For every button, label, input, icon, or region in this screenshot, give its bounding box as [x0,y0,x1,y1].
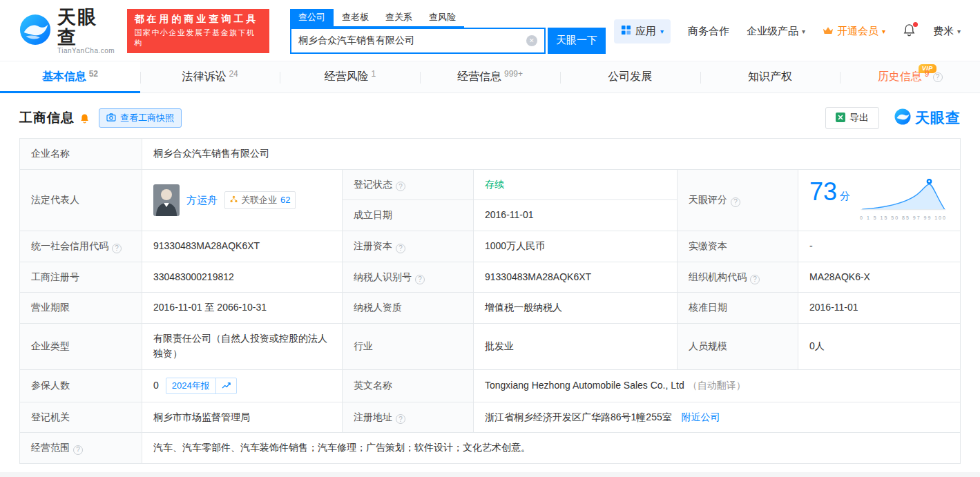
user-menu[interactable]: 费米 [933,25,961,38]
notifications-button[interactable] [903,23,916,39]
clear-icon[interactable] [526,35,537,46]
vip-menu[interactable]: 开通会员 [823,25,885,38]
help-icon[interactable]: ? [396,244,405,253]
help-icon[interactable]: ? [750,275,760,284]
tab-intellectual-property[interactable]: 知识产权 [700,61,840,93]
company-type-value-cell: 有限责任公司（自然人投资或控股的法人独资） [142,324,343,369]
enterprise-label: 企业级产品 [747,25,798,38]
chevron-down-icon [957,28,961,35]
export-button[interactable]: 导出 [825,107,879,129]
authority-label-cell: 登记机关 [20,402,142,433]
tab-operating-risk[interactable]: 经营风险 1 [280,61,420,93]
wave-logo-icon [894,108,911,128]
insured-value-cell: 0 2024年报 [142,369,343,402]
annual-report-link[interactable]: 2024年报 [166,378,215,393]
auto-translate-note: （自动翻译） [688,380,746,391]
grid-icon [621,25,631,37]
search-tab-risk[interactable]: 查风险 [421,9,464,26]
legal-rep-avatar[interactable] [153,184,180,216]
help-icon[interactable]: ? [415,275,425,284]
tab-business-info[interactable]: 经营信息 999+ [420,61,560,93]
reg-capital-value-cell: 1000万人民币 [474,231,678,262]
tab-count: 24 [229,69,238,79]
staff-value-cell: 0人 [798,324,961,369]
related-companies-chip[interactable]: 关联企业 62 [224,191,296,209]
page-bottom-band [0,472,980,477]
paid-capital-value: - [809,240,813,251]
authority-value: 桐乡市市场监督管理局 [153,411,250,422]
legal-rep-label-cell: 法定代表人 [20,169,142,231]
search-button[interactable]: 天眼一下 [548,28,606,54]
apps-menu[interactable]: 应用 [614,19,671,43]
snapshot-button[interactable]: 查看工商快照 [99,108,182,128]
tab-basic-info[interactable]: 基本信息 52 [0,61,140,93]
tab-legal-litigation[interactable]: 法律诉讼 24 [140,61,280,93]
search-tab-boss[interactable]: 查老板 [334,9,377,26]
top-bar: 天眼查 TianYanCha.com 都在用的商业查询工具 国家中小企业发展子基… [0,0,980,61]
help-icon[interactable]: ? [933,72,943,82]
taxpayer-quality-value-cell: 增值税一般纳税人 [474,293,678,324]
search-tab-company[interactable]: 查公司 [290,9,334,26]
snapshot-label: 查看工商快照 [120,112,174,124]
field-label: 登记状态 [354,179,392,190]
enterprise-menu[interactable]: 企业级产品 [747,25,805,38]
search-input[interactable] [298,35,526,46]
taxpayer-no-value: 91330483MA28AQK6XT [485,271,591,282]
reg-no-value: 330483000219812 [153,271,234,282]
search-tab-relation[interactable]: 查关系 [377,9,421,26]
alert-bell-icon[interactable] [79,113,90,124]
address-value: 浙江省桐乡经济开发区广华路86号1幢255室 [485,411,672,422]
brand-title: 天眼查 [915,108,961,128]
annual-report-chip[interactable]: 2024年报 [166,378,237,394]
address-label-cell: 注册地址? [343,402,474,433]
help-icon[interactable]: ? [112,244,122,253]
legal-rep-name-link[interactable]: 方运舟 [186,192,218,208]
search-box [290,28,546,54]
industry-value: 批发业 [485,340,514,351]
table-row: 营业期限 2016-11-01 至 2066-10-31 纳税人资质 增值税一般… [20,293,961,324]
credit-code-label-cell: 统一社会信用代码? [20,231,142,262]
score-label-cell: 天眼评分? [678,169,798,231]
tab-history-info[interactable]: VIP 历史信息 9 ? [840,61,980,93]
org-code-value: MA28AQK6-X [809,271,870,282]
tab-count: 1 [371,69,376,79]
apps-label: 应用 [635,25,656,38]
insured-value: 0 [153,378,159,393]
tab-label: 经营风险 [324,70,368,84]
company-name-value: 桐乡合众汽车销售有限公司 [153,148,269,159]
establish-date-value-cell: 2016-11-01 [474,200,678,231]
score-curve-chart: 0 1 5 15 50 85 97 99 100 [858,178,949,223]
field-label: 登记机关 [31,411,70,422]
tab-label: 历史信息 [878,70,922,84]
field-label: 行业 [354,340,373,351]
tab-count: 999+ [504,69,523,79]
reg-status-value: 存续 [485,179,504,190]
address-value-cell: 浙江省桐乡经济开发区广华路86号1幢255室 附近公司 [474,402,961,433]
business-info-table-wrap: 企业名称 桐乡合众汽车销售有限公司 法定代表人 [0,138,980,464]
taxpayer-quality-label-cell: 纳税人资质 [343,293,474,324]
score-value: 73 [809,178,837,206]
related-companies-count: 62 [280,193,290,207]
tab-company-development[interactable]: 公司发展 [560,61,700,93]
insured-label-cell: 参保人数 [20,369,142,402]
help-icon[interactable]: ? [396,182,405,191]
help-icon[interactable]: ? [396,414,405,424]
help-icon[interactable]: ? [73,445,83,455]
reg-no-label-cell: 工商注册号 [20,262,142,293]
network-icon [230,193,238,207]
logo-text: 天眼查 TianYanCha.com [57,8,116,55]
cooperation-menu[interactable]: 商务合作 [688,25,729,38]
field-label: 工商注册号 [31,271,79,282]
nearby-companies-link[interactable]: 附近公司 [682,411,720,422]
field-label: 企业类型 [31,340,70,351]
field-label: 营业期限 [31,302,70,313]
help-icon[interactable]: ? [731,197,740,207]
tab-label: 经营信息 [457,70,501,84]
score-value-cell: 73 分 0 1 5 15 50 85 97 99 100 [798,169,961,231]
establish-date-label-cell: 成立日期 [343,200,474,231]
staff-value: 0人 [809,340,825,351]
excel-icon [836,113,845,124]
tab-label: 公司发展 [608,70,652,84]
tianyancha-logo[interactable]: 天眼查 TianYanCha.com [19,8,116,55]
trend-chart-icon[interactable] [215,378,236,393]
